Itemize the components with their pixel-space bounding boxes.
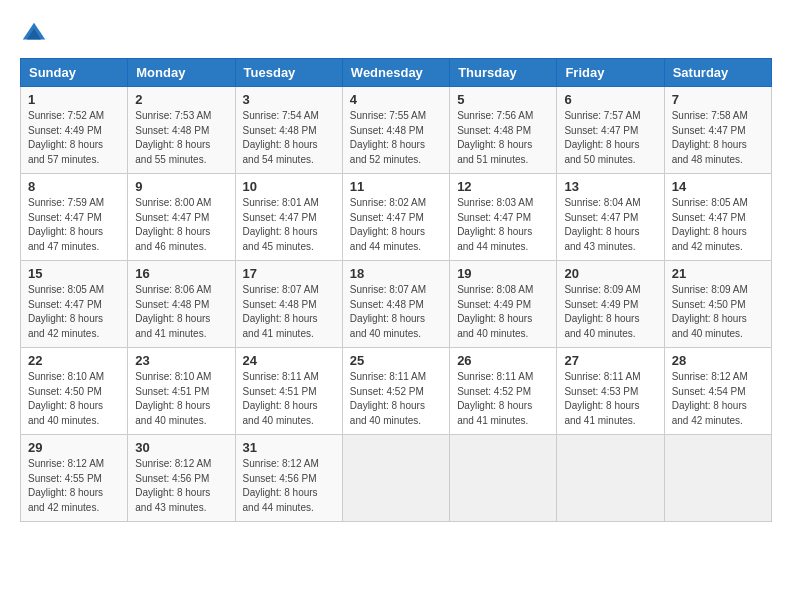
day-number: 14 [672,179,764,194]
day-detail: Sunrise: 8:00 AMSunset: 4:47 PMDaylight:… [135,197,211,252]
day-number: 6 [564,92,656,107]
day-detail: Sunrise: 7:52 AMSunset: 4:49 PMDaylight:… [28,110,104,165]
calendar-cell: 15 Sunrise: 8:05 AMSunset: 4:47 PMDaylig… [21,261,128,348]
day-detail: Sunrise: 8:12 AMSunset: 4:56 PMDaylight:… [243,458,319,513]
day-number: 4 [350,92,442,107]
day-detail: Sunrise: 7:57 AMSunset: 4:47 PMDaylight:… [564,110,640,165]
calendar-cell: 28 Sunrise: 8:12 AMSunset: 4:54 PMDaylig… [664,348,771,435]
calendar-cell [450,435,557,522]
day-detail: Sunrise: 7:56 AMSunset: 4:48 PMDaylight:… [457,110,533,165]
calendar-cell: 19 Sunrise: 8:08 AMSunset: 4:49 PMDaylig… [450,261,557,348]
day-detail: Sunrise: 7:59 AMSunset: 4:47 PMDaylight:… [28,197,104,252]
calendar-cell: 23 Sunrise: 8:10 AMSunset: 4:51 PMDaylig… [128,348,235,435]
day-number: 24 [243,353,335,368]
calendar-cell: 26 Sunrise: 8:11 AMSunset: 4:52 PMDaylig… [450,348,557,435]
day-number: 30 [135,440,227,455]
calendar-cell: 25 Sunrise: 8:11 AMSunset: 4:52 PMDaylig… [342,348,449,435]
day-number: 18 [350,266,442,281]
calendar-cell: 20 Sunrise: 8:09 AMSunset: 4:49 PMDaylig… [557,261,664,348]
day-number: 13 [564,179,656,194]
day-detail: Sunrise: 8:09 AMSunset: 4:49 PMDaylight:… [564,284,640,339]
day-detail: Sunrise: 8:05 AMSunset: 4:47 PMDaylight:… [28,284,104,339]
day-detail: Sunrise: 8:10 AMSunset: 4:51 PMDaylight:… [135,371,211,426]
calendar-cell: 13 Sunrise: 8:04 AMSunset: 4:47 PMDaylig… [557,174,664,261]
day-detail: Sunrise: 8:08 AMSunset: 4:49 PMDaylight:… [457,284,533,339]
calendar-cell [342,435,449,522]
day-detail: Sunrise: 7:55 AMSunset: 4:48 PMDaylight:… [350,110,426,165]
calendar-cell: 21 Sunrise: 8:09 AMSunset: 4:50 PMDaylig… [664,261,771,348]
calendar-cell: 18 Sunrise: 8:07 AMSunset: 4:48 PMDaylig… [342,261,449,348]
day-number: 19 [457,266,549,281]
calendar-header-friday: Friday [557,59,664,87]
day-detail: Sunrise: 7:54 AMSunset: 4:48 PMDaylight:… [243,110,319,165]
calendar-header-monday: Monday [128,59,235,87]
day-number: 26 [457,353,549,368]
day-detail: Sunrise: 8:07 AMSunset: 4:48 PMDaylight:… [350,284,426,339]
day-number: 7 [672,92,764,107]
day-number: 31 [243,440,335,455]
calendar-cell: 1 Sunrise: 7:52 AMSunset: 4:49 PMDayligh… [21,87,128,174]
calendar-cell: 31 Sunrise: 8:12 AMSunset: 4:56 PMDaylig… [235,435,342,522]
calendar-header-row: SundayMondayTuesdayWednesdayThursdayFrid… [21,59,772,87]
day-number: 16 [135,266,227,281]
calendar-cell: 5 Sunrise: 7:56 AMSunset: 4:48 PMDayligh… [450,87,557,174]
calendar-cell: 27 Sunrise: 8:11 AMSunset: 4:53 PMDaylig… [557,348,664,435]
day-detail: Sunrise: 8:10 AMSunset: 4:50 PMDaylight:… [28,371,104,426]
day-number: 28 [672,353,764,368]
day-number: 2 [135,92,227,107]
calendar-table: SundayMondayTuesdayWednesdayThursdayFrid… [20,58,772,522]
calendar-week-row: 22 Sunrise: 8:10 AMSunset: 4:50 PMDaylig… [21,348,772,435]
day-detail: Sunrise: 8:09 AMSunset: 4:50 PMDaylight:… [672,284,748,339]
calendar-cell: 16 Sunrise: 8:06 AMSunset: 4:48 PMDaylig… [128,261,235,348]
calendar-cell: 24 Sunrise: 8:11 AMSunset: 4:51 PMDaylig… [235,348,342,435]
day-detail: Sunrise: 8:12 AMSunset: 4:55 PMDaylight:… [28,458,104,513]
day-number: 11 [350,179,442,194]
calendar-cell: 29 Sunrise: 8:12 AMSunset: 4:55 PMDaylig… [21,435,128,522]
calendar-header-saturday: Saturday [664,59,771,87]
page-header [20,20,772,48]
day-detail: Sunrise: 8:02 AMSunset: 4:47 PMDaylight:… [350,197,426,252]
day-number: 27 [564,353,656,368]
day-detail: Sunrise: 8:11 AMSunset: 4:52 PMDaylight:… [350,371,426,426]
calendar-cell: 12 Sunrise: 8:03 AMSunset: 4:47 PMDaylig… [450,174,557,261]
logo [20,20,52,48]
day-number: 10 [243,179,335,194]
day-number: 8 [28,179,120,194]
day-number: 23 [135,353,227,368]
calendar-cell: 2 Sunrise: 7:53 AMSunset: 4:48 PMDayligh… [128,87,235,174]
calendar-week-row: 8 Sunrise: 7:59 AMSunset: 4:47 PMDayligh… [21,174,772,261]
logo-icon [20,20,48,48]
calendar-cell: 6 Sunrise: 7:57 AMSunset: 4:47 PMDayligh… [557,87,664,174]
day-number: 22 [28,353,120,368]
day-number: 9 [135,179,227,194]
day-number: 25 [350,353,442,368]
calendar-cell: 17 Sunrise: 8:07 AMSunset: 4:48 PMDaylig… [235,261,342,348]
day-number: 29 [28,440,120,455]
day-detail: Sunrise: 8:11 AMSunset: 4:51 PMDaylight:… [243,371,319,426]
calendar-cell: 8 Sunrise: 7:59 AMSunset: 4:47 PMDayligh… [21,174,128,261]
calendar-week-row: 1 Sunrise: 7:52 AMSunset: 4:49 PMDayligh… [21,87,772,174]
calendar-header-thursday: Thursday [450,59,557,87]
day-number: 21 [672,266,764,281]
day-number: 17 [243,266,335,281]
day-number: 3 [243,92,335,107]
day-detail: Sunrise: 8:01 AMSunset: 4:47 PMDaylight:… [243,197,319,252]
calendar-cell: 7 Sunrise: 7:58 AMSunset: 4:47 PMDayligh… [664,87,771,174]
day-detail: Sunrise: 7:53 AMSunset: 4:48 PMDaylight:… [135,110,211,165]
day-number: 5 [457,92,549,107]
calendar-header-wednesday: Wednesday [342,59,449,87]
day-detail: Sunrise: 8:03 AMSunset: 4:47 PMDaylight:… [457,197,533,252]
calendar-cell: 11 Sunrise: 8:02 AMSunset: 4:47 PMDaylig… [342,174,449,261]
calendar-cell [557,435,664,522]
day-detail: Sunrise: 8:06 AMSunset: 4:48 PMDaylight:… [135,284,211,339]
day-detail: Sunrise: 8:07 AMSunset: 4:48 PMDaylight:… [243,284,319,339]
calendar-header-tuesday: Tuesday [235,59,342,87]
day-detail: Sunrise: 8:04 AMSunset: 4:47 PMDaylight:… [564,197,640,252]
calendar-cell: 22 Sunrise: 8:10 AMSunset: 4:50 PMDaylig… [21,348,128,435]
day-detail: Sunrise: 7:58 AMSunset: 4:47 PMDaylight:… [672,110,748,165]
calendar-week-row: 29 Sunrise: 8:12 AMSunset: 4:55 PMDaylig… [21,435,772,522]
calendar-cell: 4 Sunrise: 7:55 AMSunset: 4:48 PMDayligh… [342,87,449,174]
day-number: 15 [28,266,120,281]
day-number: 1 [28,92,120,107]
calendar-cell: 14 Sunrise: 8:05 AMSunset: 4:47 PMDaylig… [664,174,771,261]
